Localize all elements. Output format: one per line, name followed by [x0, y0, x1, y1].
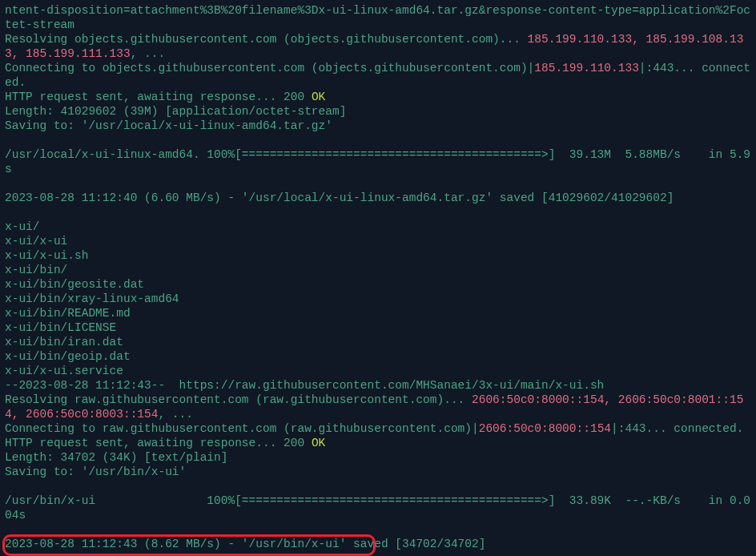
- line-done-1: 2023-08-28 11:12:40 (6.60 MB/s) - '/usr/…: [5, 191, 674, 204]
- file-4: x-ui/bin/geosite.dat: [5, 278, 144, 291]
- ok-2: OK: [312, 437, 325, 449]
- line-content-disposition: ntent-disposition=attachment%3B%20filena…: [5, 4, 750, 31]
- file-9: x-ui/bin/geoip.dat: [5, 350, 131, 363]
- line-resolving-1-tail: , ...: [131, 47, 166, 60]
- line-progress-1: /usr/local/x-ui-linux-amd64. 100%[======…: [5, 148, 750, 175]
- line-length-1: Length: 41029602 (39M) [application/octe…: [5, 105, 346, 118]
- file-0: x-ui/: [5, 220, 40, 233]
- file-6: x-ui/bin/README.md: [5, 307, 131, 320]
- line-saving-2: Saving to: '/usr/bin/x-ui': [5, 465, 186, 478]
- line-connecting-1: Connecting to objects.githubusercontent.…: [5, 62, 534, 75]
- ip-connect-1: 185.199.110.133: [534, 62, 639, 75]
- line-connecting-2-tail: |:443... connected.: [611, 422, 743, 435]
- line-resolving-1: Resolving objects.githubusercontent.com …: [5, 33, 528, 46]
- line-resolving-2-tail: , ...: [158, 408, 193, 421]
- line-saving-1: Saving to: '/usr/local/x-ui-linux-amd64.…: [5, 119, 332, 132]
- file-10: x-ui/x-ui.service: [5, 365, 123, 377]
- file-1: x-ui/x-ui: [5, 235, 67, 248]
- terminal-output[interactable]: ntent-disposition=attachment%3B%20filena…: [0, 0, 756, 556]
- file-5: x-ui/bin/xray-linux-amd64: [5, 292, 179, 305]
- line-connecting-2: Connecting to raw.githubusercontent.com …: [5, 422, 479, 435]
- line-progress-2: /usr/bin/x-ui 100%[=====================…: [5, 494, 750, 522]
- line-http-2: HTTP request sent, awaiting response... …: [5, 437, 312, 449]
- line-resolving-2: Resolving raw.githubusercontent.com (raw…: [5, 393, 472, 406]
- line-length-2: Length: 34702 (34K) [text/plain]: [5, 451, 227, 464]
- file-8: x-ui/bin/iran.dat: [5, 336, 123, 349]
- file-7: x-ui/bin/LICENSE: [5, 321, 116, 334]
- line-wget-2: --2023-08-28 11:12:43-- https://raw.gith…: [5, 379, 604, 392]
- file-3: x-ui/bin/: [5, 264, 67, 276]
- line-done-2: 2023-08-28 11:12:43 (8.62 MB/s) - '/usr/…: [5, 538, 485, 550]
- file-2: x-ui/x-ui.sh: [5, 249, 88, 262]
- ip-connect-2: 2606:50c0:8000::154: [479, 422, 611, 435]
- ok-1: OK: [312, 91, 325, 103]
- line-http-1: HTTP request sent, awaiting response... …: [5, 91, 312, 103]
